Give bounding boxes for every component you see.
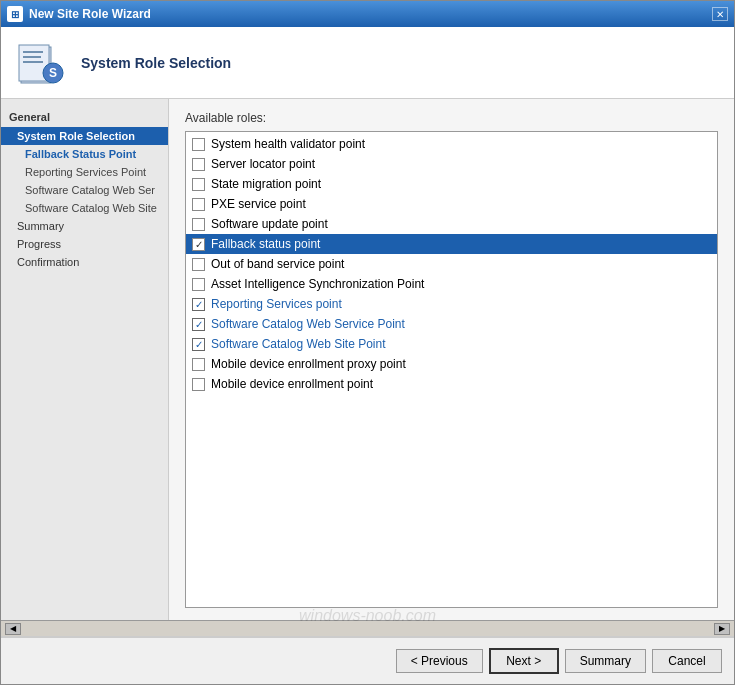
role-checkbox-asset-intelligence-sync[interactable] [192, 278, 205, 291]
sidebar-item-software-catalog-web-ser[interactable]: Software Catalog Web Ser [1, 181, 168, 199]
sidebar-item-software-catalog-web-site[interactable]: Software Catalog Web Site [1, 199, 168, 217]
role-checkbox-software-catalog-web-site[interactable]: ✓ [192, 338, 205, 351]
title-bar-left: ⊞ New Site Role Wizard [7, 6, 151, 22]
window-icon: ⊞ [7, 6, 23, 22]
previous-button[interactable]: < Previous [396, 649, 483, 673]
role-item-system-health-validator[interactable]: System health validator point [186, 134, 717, 154]
cancel-button[interactable]: Cancel [652, 649, 722, 673]
header-title: System Role Selection [81, 55, 231, 71]
main-content: General System Role Selection Fallback S… [1, 99, 734, 620]
sidebar-item-system-role-selection[interactable]: System Role Selection [1, 127, 168, 145]
roles-list: System health validator point Server loc… [185, 131, 718, 608]
role-item-pxe-service[interactable]: PXE service point [186, 194, 717, 214]
role-item-state-migration[interactable]: State migration point [186, 174, 717, 194]
scroll-track [21, 625, 714, 633]
role-checkbox-system-health-validator[interactable] [192, 138, 205, 151]
scroll-right-button[interactable]: ▶ [714, 623, 730, 635]
title-bar: ⊞ New Site Role Wizard ✕ [1, 1, 734, 27]
available-roles-label: Available roles: [185, 111, 718, 125]
svg-text:S: S [49, 66, 57, 80]
scrollbar-area[interactable]: ◀ ▶ [1, 620, 734, 636]
role-checkbox-software-catalog-web-service[interactable]: ✓ [192, 318, 205, 331]
role-item-fallback-status[interactable]: ✓ Fallback status point [186, 234, 717, 254]
scroll-left-button[interactable]: ◀ [5, 623, 21, 635]
svg-rect-3 [23, 56, 41, 58]
role-checkbox-software-update[interactable] [192, 218, 205, 231]
content-area: Available roles: System health validator… [169, 99, 734, 620]
role-checkbox-mobile-enrollment[interactable] [192, 378, 205, 391]
sidebar-group-general: General [1, 107, 168, 127]
role-item-mobile-enrollment[interactable]: Mobile device enrollment point [186, 374, 717, 394]
svg-rect-4 [23, 61, 43, 63]
sidebar-item-progress[interactable]: Progress [1, 235, 168, 253]
role-checkbox-server-locator[interactable] [192, 158, 205, 171]
close-button[interactable]: ✕ [712, 7, 728, 21]
role-checkbox-fallback-status[interactable]: ✓ [192, 238, 205, 251]
role-item-software-catalog-web-service[interactable]: ✓ Software Catalog Web Service Point [186, 314, 717, 334]
role-item-software-update[interactable]: Software update point [186, 214, 717, 234]
role-item-asset-intelligence-sync[interactable]: Asset Intelligence Synchronization Point [186, 274, 717, 294]
header-bar: S System Role Selection [1, 27, 734, 99]
role-checkbox-pxe-service[interactable] [192, 198, 205, 211]
next-button[interactable]: Next > [489, 648, 559, 674]
role-item-software-catalog-web-site[interactable]: ✓ Software Catalog Web Site Point [186, 334, 717, 354]
sidebar-item-reporting-services-point[interactable]: Reporting Services Point [1, 163, 168, 181]
role-checkbox-state-migration[interactable] [192, 178, 205, 191]
sidebar-item-summary[interactable]: Summary [1, 217, 168, 235]
sidebar-item-confirmation[interactable]: Confirmation [1, 253, 168, 271]
role-item-server-locator[interactable]: Server locator point [186, 154, 717, 174]
svg-rect-2 [23, 51, 43, 53]
main-window: ⊞ New Site Role Wizard ✕ S System Role S… [0, 0, 735, 685]
role-checkbox-reporting-services[interactable]: ✓ [192, 298, 205, 311]
footer-bar: < Previous Next > Summary Cancel [1, 636, 734, 684]
sidebar-item-fallback-status-point[interactable]: Fallback Status Point [1, 145, 168, 163]
window-title: New Site Role Wizard [29, 7, 151, 21]
role-item-mobile-enrollment-proxy[interactable]: Mobile device enrollment proxy point [186, 354, 717, 374]
role-item-out-of-band[interactable]: Out of band service point [186, 254, 717, 274]
wizard-icon: S [17, 39, 65, 87]
role-item-reporting-services[interactable]: ✓ Reporting Services point [186, 294, 717, 314]
role-checkbox-mobile-enrollment-proxy[interactable] [192, 358, 205, 371]
role-checkbox-out-of-band[interactable] [192, 258, 205, 271]
sidebar: General System Role Selection Fallback S… [1, 99, 169, 620]
summary-button[interactable]: Summary [565, 649, 646, 673]
